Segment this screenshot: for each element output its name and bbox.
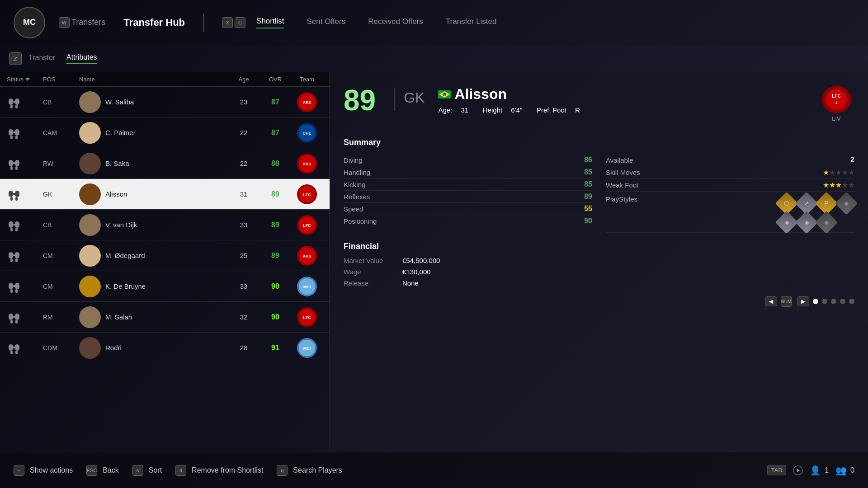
player-avatar: [79, 306, 101, 328]
counter-1: 👤 1: [810, 465, 829, 476]
svg-point-23: [85, 156, 94, 165]
team-logo-icon: LFC: [298, 308, 316, 326]
playstyle-icon-7: ◆: [815, 211, 838, 234]
stats-right: x Available 2 Skill Moves ★ ★ ★ ★: [606, 131, 854, 233]
col-header-team: Team: [291, 76, 323, 83]
svg-text:MCI: MCI: [303, 285, 311, 289]
detail-rating: 89: [344, 86, 385, 115]
player-age: 28: [228, 344, 259, 352]
detail-info: Age: 31 Height 6'4" Pref. Foot R: [438, 106, 818, 114]
player-row[interactable]: GK Alisson 31 89 LFC: [0, 179, 330, 210]
svg-text:LFC: LFC: [303, 315, 311, 320]
action-show-actions[interactable]: ← Show actions: [14, 465, 73, 476]
player-row[interactable]: CB V. van Dijk 33 89 LFC: [0, 210, 330, 240]
key-show-actions: ←: [14, 465, 24, 476]
page-dot-3[interactable]: [831, 299, 836, 304]
svg-point-50: [85, 249, 94, 258]
subtab-attributes[interactable]: Attributes: [66, 53, 97, 64]
col-header-status[interactable]: Status: [7, 76, 43, 83]
svg-point-5: [85, 95, 94, 104]
team-badge-icon: MCI: [297, 338, 317, 358]
svg-rect-9: [9, 129, 13, 136]
svg-rect-63: [9, 314, 13, 320]
player-scout-icon: [7, 95, 43, 109]
player-rows-container: CB W. Saliba 23 87 ARS: [0, 87, 330, 363]
player-row[interactable]: CM M. Ødegaard 25 89 ARS: [0, 240, 330, 271]
stat-diving: Diving 86: [344, 154, 592, 166]
player-name-cell: M. Salah: [79, 306, 228, 328]
player-name-large: ★★★ Alisson: [438, 86, 818, 103]
action-remove-shortlist[interactable]: d Remove from Shortlist: [175, 465, 263, 476]
stat-playstyles: PlayStyles ⬡ ↗: [606, 192, 854, 233]
player-name-text: C. Palmer: [105, 129, 136, 136]
player-position: CM: [43, 283, 79, 290]
financial-title: Financial: [344, 242, 854, 251]
nav-transfers[interactable]: Transfers: [71, 18, 105, 27]
bottom-bar: ← Show actions ESC Back s Sort d Remove …: [0, 452, 868, 488]
svg-rect-2: [13, 101, 15, 103]
player-row[interactable]: RW B. Saka 22 88 ARS: [0, 148, 330, 179]
player-scout-icon: [7, 187, 43, 202]
player-row[interactable]: RM M. Salah 32 90 LFC: [0, 302, 330, 333]
player-row[interactable]: CDM Rodri 28 91 MCI: [0, 333, 330, 363]
player-name-text: K. De Bruyne: [105, 282, 146, 290]
player-age: 25: [228, 252, 259, 259]
page-nav-next[interactable]: ▶: [797, 296, 809, 306]
svg-text:ARS: ARS: [302, 254, 311, 258]
page-dot-2[interactable]: [822, 299, 827, 304]
page-dot-4[interactable]: [840, 299, 845, 304]
player-scout-icon: [7, 126, 43, 140]
tab-transfer-listed[interactable]: Transfer Listed: [446, 17, 497, 28]
svg-rect-75: [10, 351, 13, 354]
player-age: 33: [228, 282, 259, 290]
page-dot-5[interactable]: [849, 299, 854, 304]
player-row[interactable]: CB W. Saliba 23 87 ARS: [0, 87, 330, 117]
key-remove-shortlist: d: [175, 465, 186, 476]
playstyles-icons: ⬡ ↗ P ◆: [778, 195, 854, 230]
page-nav-prev[interactable]: ◀: [765, 296, 777, 306]
player-avatar-icon: [79, 91, 101, 113]
playstyle-icon-5: ◈: [775, 211, 798, 234]
player-scout-icon: [7, 341, 43, 355]
player-detail: 89 GK ★★★ Alisson: [330, 72, 868, 452]
svg-text:LFC: LFC: [303, 192, 311, 197]
team-badge-icon: LFC: [297, 184, 317, 204]
player-name-text: B. Saka: [105, 160, 129, 167]
svg-text:MCI: MCI: [303, 346, 311, 351]
player-name-cell: C. Palmer: [79, 122, 228, 144]
tab-shortlist[interactable]: Shortlist: [256, 17, 284, 28]
fin-release: Release None: [344, 279, 854, 287]
subtab-transfer[interactable]: Transfer: [28, 54, 55, 64]
main-area: Status POS Name Age OVR Team: [0, 72, 868, 452]
player-age: 23: [228, 98, 259, 106]
player-row[interactable]: CM K. De Bruyne 33 90 MCI: [0, 271, 330, 302]
player-row[interactable]: CAM C. Palmer 22 87 CHE: [0, 117, 330, 148]
nav-transfer-hub[interactable]: Transfer Hub: [123, 17, 185, 28]
binoculars-icon: [8, 156, 20, 171]
player-position: CM: [43, 252, 79, 259]
player-position: CB: [43, 99, 79, 106]
player-name-text: V. van Dijk: [105, 221, 137, 229]
action-search-players[interactable]: q Search Players: [277, 465, 342, 476]
player-avatar: [79, 153, 101, 174]
svg-rect-36: [9, 221, 13, 228]
action-sort[interactable]: s Sort: [132, 465, 162, 476]
player-position: RM: [43, 314, 79, 321]
player-name-cell: B. Saka: [79, 153, 228, 174]
tab-sent-offers[interactable]: Sent Offers: [307, 17, 345, 28]
playstyles-row-1: ⬡ ↗ P ◆: [778, 195, 854, 211]
player-avatar: [79, 91, 101, 113]
team-badge-icon: ARS: [297, 154, 317, 174]
tab-received-offers[interactable]: Received Offers: [368, 17, 423, 28]
action-back[interactable]: ESC Back: [86, 465, 119, 476]
page-dot-1[interactable]: [813, 299, 818, 304]
summary-section-right: x Available 2 Skill Moves ★ ★ ★ ★: [606, 138, 854, 233]
svg-rect-4: [15, 105, 18, 108]
player-ovr: 90: [259, 313, 291, 321]
player-avatar-icon: [79, 214, 101, 236]
player-scout-icon: [7, 249, 43, 263]
player-team: MCI: [291, 338, 323, 358]
player-position: GK: [43, 191, 79, 198]
player-ovr: 89: [259, 221, 291, 229]
svg-rect-73: [15, 344, 19, 351]
